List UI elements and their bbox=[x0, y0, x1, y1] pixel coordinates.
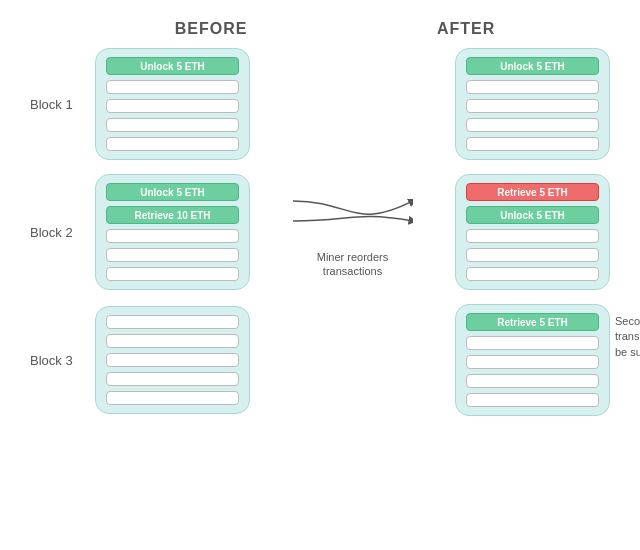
block-3-before-tx-5 bbox=[106, 391, 239, 405]
block-2-before-tx-3 bbox=[106, 229, 239, 243]
block-2-before-tx-1: Unlock 5 ETH bbox=[106, 183, 239, 201]
block-3-before-tx-1 bbox=[106, 315, 239, 329]
block-2-label: Block 2 bbox=[30, 225, 95, 240]
block-3-after-tx-2 bbox=[466, 336, 599, 350]
block-1-before: Unlock 5 ETH bbox=[95, 48, 250, 160]
after-header: AFTER bbox=[437, 20, 495, 38]
block-3-before-tx-3 bbox=[106, 353, 239, 367]
block-3-before bbox=[95, 306, 250, 414]
block-2-row: Block 2 Unlock 5 ETH Retrieve 10 ETH bbox=[30, 174, 610, 290]
block-1-after-tx-3 bbox=[466, 99, 599, 113]
block-1-before-tx-2 bbox=[106, 80, 239, 94]
block-3-note: Second 'retrieve'transaction mustbe subm… bbox=[615, 314, 640, 360]
columns-header: BEFORE AFTER bbox=[30, 20, 610, 38]
block-2-before-tx-4 bbox=[106, 248, 239, 262]
block-2-after-tx-2: Unlock 5 ETH bbox=[466, 206, 599, 224]
reorder-label: Miner reorderstransactions bbox=[317, 250, 389, 279]
block-3-after-tx-3 bbox=[466, 355, 599, 369]
block-1-before-tx-1: Unlock 5 ETH bbox=[106, 57, 239, 75]
block-3-row: Block 3 Retrieve 5 ETH bbox=[30, 304, 610, 416]
block-3-pair: Retrieve 5 ETH Second 'retrieve'transact… bbox=[95, 304, 610, 416]
block-3-before-tx-2 bbox=[106, 334, 239, 348]
block-1-pair: Unlock 5 ETH Unlock 5 ETH bbox=[95, 48, 610, 160]
block-3-after-tx-1: Retrieve 5 ETH bbox=[466, 313, 599, 331]
block-2-after-tx-1: Retrieve 5 ETH bbox=[466, 183, 599, 201]
block-2-pair: Unlock 5 ETH Retrieve 10 ETH bbox=[95, 174, 610, 290]
block-3-after-tx-5 bbox=[466, 393, 599, 407]
block-2-before-tx-5 bbox=[106, 267, 239, 281]
block-2-after-tx-5 bbox=[466, 267, 599, 281]
rows-area: Block 1 Unlock 5 ETH Unlock 5 ETH bbox=[30, 48, 610, 416]
block-3-before-tx-4 bbox=[106, 372, 239, 386]
block-1-after-tx-2 bbox=[466, 80, 599, 94]
diagram: BEFORE AFTER Block 1 Unlock 5 ETH Unlock… bbox=[0, 0, 640, 436]
before-header: BEFORE bbox=[175, 20, 248, 38]
block-3-label: Block 3 bbox=[30, 353, 95, 368]
block-1-before-tx-4 bbox=[106, 118, 239, 132]
block-1-after-tx-4 bbox=[466, 118, 599, 132]
block-3-after-tx-4 bbox=[466, 374, 599, 388]
block-2-before: Unlock 5 ETH Retrieve 10 ETH bbox=[95, 174, 250, 290]
block-2-before-tx-2: Retrieve 10 ETH bbox=[106, 206, 239, 224]
block-2-after-tx-3 bbox=[466, 229, 599, 243]
block-1-after-tx-1: Unlock 5 ETH bbox=[466, 57, 599, 75]
reorder-arrows-svg bbox=[293, 186, 413, 246]
block-1-before-tx-5 bbox=[106, 137, 239, 151]
block-3-after: Retrieve 5 ETH bbox=[455, 304, 610, 416]
block-1-after-tx-5 bbox=[466, 137, 599, 151]
block-1-after: Unlock 5 ETH bbox=[455, 48, 610, 160]
block-1-label: Block 1 bbox=[30, 97, 95, 112]
block-2-after-tx-4 bbox=[466, 248, 599, 262]
block-1-before-tx-3 bbox=[106, 99, 239, 113]
block-2-after: Retrieve 5 ETH Unlock 5 ETH bbox=[455, 174, 610, 290]
block-1-row: Block 1 Unlock 5 ETH Unlock 5 ETH bbox=[30, 48, 610, 160]
